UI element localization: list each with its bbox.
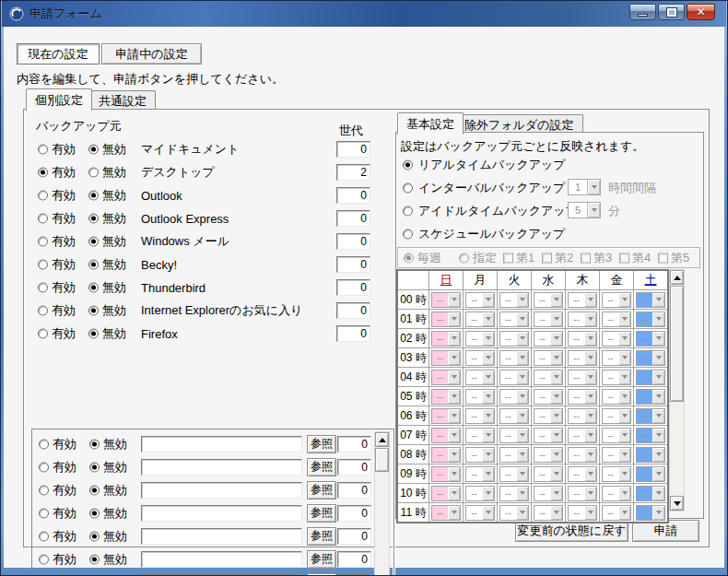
disable-radio[interactable] bbox=[89, 485, 100, 495]
disable-radio[interactable] bbox=[89, 439, 100, 449]
generation-input[interactable] bbox=[336, 141, 370, 158]
folder-path-input[interactable] bbox=[141, 482, 302, 499]
tab-basic-settings[interactable]: 基本設定 bbox=[397, 112, 464, 135]
generation-input[interactable] bbox=[336, 233, 370, 250]
maximize-button[interactable] bbox=[658, 4, 685, 20]
enable-radio[interactable] bbox=[39, 439, 49, 449]
schedule-scrollbar[interactable] bbox=[669, 269, 685, 511]
scroll-up-icon[interactable] bbox=[670, 270, 684, 285]
enable-radio[interactable] bbox=[38, 213, 48, 223]
schedule-cell: -- bbox=[498, 503, 531, 522]
generation-input[interactable] bbox=[336, 325, 370, 342]
folder-path-input[interactable] bbox=[141, 436, 302, 453]
disable-radio[interactable] bbox=[88, 190, 99, 200]
pending-settings-toggle[interactable]: 申請中の設定 bbox=[101, 43, 202, 65]
scroll-down-icon[interactable] bbox=[670, 496, 684, 511]
schedule-combobox: -- bbox=[568, 350, 597, 366]
generation-input[interactable] bbox=[337, 436, 371, 453]
enable-radio[interactable] bbox=[38, 282, 48, 292]
browse-button[interactable]: 参照 bbox=[307, 527, 336, 546]
folder-path-input[interactable] bbox=[141, 459, 302, 476]
folder-path-input[interactable] bbox=[141, 551, 302, 568]
enable-radio[interactable] bbox=[38, 167, 48, 177]
generation-input[interactable] bbox=[336, 279, 370, 296]
chevron-down-icon bbox=[520, 375, 525, 379]
disable-radio[interactable] bbox=[88, 236, 99, 246]
enable-radio[interactable] bbox=[38, 305, 48, 315]
combobox-value: -- bbox=[569, 370, 584, 384]
generation-input[interactable] bbox=[337, 459, 371, 476]
disable-radio[interactable] bbox=[88, 328, 99, 338]
generation-input[interactable] bbox=[336, 164, 370, 181]
chevron-down-icon bbox=[622, 491, 628, 495]
enable-radio[interactable] bbox=[39, 554, 49, 564]
mode-radio[interactable] bbox=[403, 206, 413, 216]
minimize-button[interactable] bbox=[629, 4, 656, 20]
scrollbar-thumb[interactable] bbox=[375, 448, 389, 472]
schedule-cell: -- bbox=[600, 387, 633, 406]
generation-input[interactable] bbox=[336, 210, 370, 227]
enable-radio[interactable] bbox=[38, 328, 48, 338]
enable-radio[interactable] bbox=[39, 485, 49, 495]
disable-radio[interactable] bbox=[88, 213, 99, 223]
day-header: 水 bbox=[532, 271, 565, 289]
disable-radio[interactable] bbox=[88, 259, 99, 269]
scrollbar-thumb[interactable] bbox=[670, 286, 684, 402]
generation-input[interactable] bbox=[337, 551, 371, 568]
disable-radio[interactable] bbox=[89, 554, 100, 564]
tab-common-settings[interactable]: 共通設定 bbox=[89, 90, 156, 111]
enable-radio[interactable] bbox=[38, 190, 48, 200]
schedule-combobox: -- bbox=[431, 331, 461, 347]
disable-radio[interactable] bbox=[89, 462, 100, 472]
disable-radio[interactable] bbox=[88, 144, 99, 154]
scroll-up-icon[interactable] bbox=[375, 432, 389, 447]
schedule-cell: -- bbox=[498, 290, 531, 309]
generation-input[interactable] bbox=[336, 256, 370, 273]
schedule-combobox: -- bbox=[534, 428, 563, 443]
folder-path-input[interactable] bbox=[141, 505, 302, 522]
enable-radio[interactable] bbox=[39, 531, 49, 541]
combobox-dropdown-icon bbox=[584, 390, 596, 404]
browse-button[interactable]: 参照 bbox=[307, 550, 336, 569]
enable-radio[interactable] bbox=[39, 462, 49, 472]
enable-radio[interactable] bbox=[38, 236, 48, 246]
combobox-value: -- bbox=[569, 293, 584, 307]
chevron-down-icon bbox=[588, 414, 593, 417]
combobox-dropdown-icon bbox=[652, 487, 664, 500]
generation-input[interactable] bbox=[337, 528, 371, 545]
enable-radio[interactable] bbox=[38, 259, 48, 269]
chevron-down-icon bbox=[554, 491, 559, 495]
schedule-cell: -- bbox=[566, 348, 599, 367]
generation-input[interactable] bbox=[336, 302, 370, 319]
enable-radio[interactable] bbox=[38, 144, 48, 154]
tab-individual-settings[interactable]: 個別設定 bbox=[26, 88, 92, 111]
disable-radio[interactable] bbox=[88, 167, 99, 177]
disable-radio[interactable] bbox=[89, 531, 100, 541]
browse-button[interactable]: 参照 bbox=[307, 458, 336, 476]
disable-radio[interactable] bbox=[88, 305, 99, 315]
mode-radio[interactable] bbox=[403, 182, 413, 193]
schedule-combobox: -- bbox=[636, 331, 665, 347]
browse-button[interactable]: 参照 bbox=[307, 504, 336, 523]
mode-radio[interactable] bbox=[403, 159, 413, 170]
combobox-value: -- bbox=[603, 448, 618, 462]
generation-input[interactable] bbox=[337, 505, 371, 522]
disable-radio[interactable] bbox=[88, 282, 99, 292]
mode-radio[interactable] bbox=[403, 229, 413, 239]
generation-input[interactable] bbox=[337, 482, 371, 499]
schedule-cell: -- bbox=[600, 329, 633, 347]
combobox-value: -- bbox=[534, 332, 550, 346]
schedule-cell: -- bbox=[429, 426, 463, 444]
browse-button[interactable]: 参照 bbox=[307, 435, 336, 453]
title-bar[interactable]: 申請フォーム ✕ bbox=[2, 1, 726, 27]
combobox-dropdown-icon bbox=[448, 351, 460, 365]
current-settings-toggle[interactable]: 現在の設定 bbox=[17, 43, 100, 65]
disable-radio[interactable] bbox=[89, 508, 100, 518]
generation-input[interactable] bbox=[336, 187, 370, 204]
folder-path-input[interactable] bbox=[141, 528, 302, 545]
browse-button[interactable]: 参照 bbox=[307, 573, 336, 576]
browse-button[interactable]: 参照 bbox=[307, 481, 336, 500]
close-button[interactable]: ✕ bbox=[687, 4, 715, 20]
enable-radio[interactable] bbox=[39, 508, 49, 518]
custom-list-scrollbar[interactable] bbox=[374, 431, 390, 576]
